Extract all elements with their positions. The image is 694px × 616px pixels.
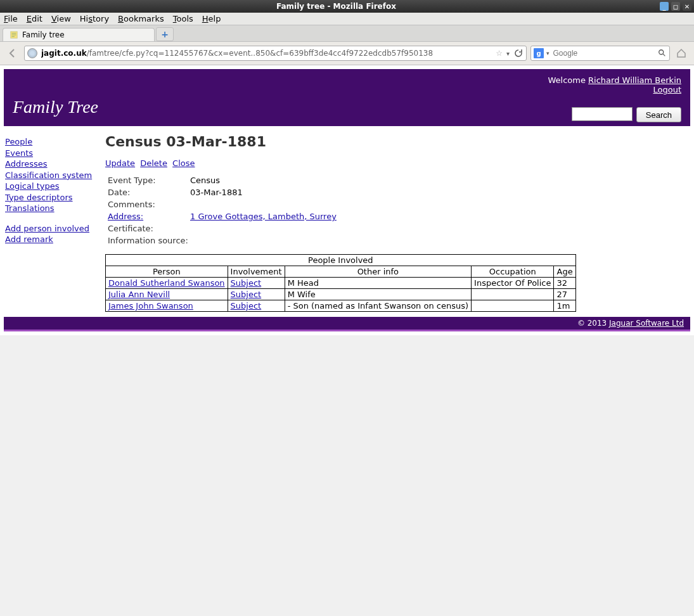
user-link[interactable]: Richard William Berkin xyxy=(588,75,681,85)
site-footer: © 2013 Jaguar Software Ltd xyxy=(4,317,690,331)
window-minimize-button[interactable]: _ xyxy=(660,2,669,11)
person-link[interactable]: James John Swanson xyxy=(108,301,193,311)
window-maximize-button[interactable]: ◻ xyxy=(671,2,680,11)
menu-history[interactable]: History xyxy=(80,14,109,23)
col-person: Person xyxy=(106,266,228,278)
sidebar-action-add-remark[interactable]: Add remark xyxy=(5,234,105,245)
browser-tabbar: Family tree + xyxy=(0,25,694,42)
cell-other: M Head xyxy=(285,278,471,289)
svg-point-1 xyxy=(659,50,664,55)
window-titlebar: Family tree - Mozilla Firefox _ ◻ ✕ xyxy=(0,0,694,13)
home-icon xyxy=(676,48,687,59)
cell-occupation xyxy=(472,300,554,312)
people-involved-table: People Involved Person Involvement Other… xyxy=(105,254,576,312)
sidebar-item-translations[interactable]: Translations xyxy=(5,203,105,214)
label-address-link[interactable]: Address: xyxy=(108,212,143,221)
label-comments: Comments: xyxy=(108,200,190,209)
content-area: People Events Addresses Classification s… xyxy=(4,126,690,317)
welcome-prefix: Welcome xyxy=(548,75,588,85)
browser-tab[interactable]: Family tree xyxy=(3,28,155,41)
site-header: Welcome Richard William Berkin Logout Fa… xyxy=(4,69,690,126)
back-button[interactable] xyxy=(5,46,20,61)
page-title: Census 03-Mar-1881 xyxy=(105,134,684,150)
site-search-input[interactable] xyxy=(572,107,633,121)
menu-view[interactable]: View xyxy=(51,14,71,23)
url-bar[interactable]: jagit.co.uk/famtree/cfe.py?cq=112455767&… xyxy=(24,46,527,61)
table-caption: People Involved xyxy=(106,255,576,266)
site-search: Search xyxy=(572,107,681,122)
sidebar-item-addresses[interactable]: Addresses xyxy=(5,158,105,170)
menu-bookmarks[interactable]: Bookmarks xyxy=(118,14,164,23)
back-icon xyxy=(7,48,18,59)
url-text: jagit.co.uk/famtree/cfe.py?cq=112455767&… xyxy=(41,49,492,58)
window-title: Family tree - Mozilla Firefox xyxy=(13,2,660,11)
label-event-type: Event Type: xyxy=(108,176,190,185)
involvement-link[interactable]: Subject xyxy=(231,290,262,299)
tab-label: Family tree xyxy=(22,30,65,39)
person-link[interactable]: Julia Ann Nevill xyxy=(108,290,170,299)
involvement-link[interactable]: Subject xyxy=(231,301,262,311)
reload-icon[interactable] xyxy=(513,48,524,58)
browser-menubar: File Edit View History Bookmarks Tools H… xyxy=(0,13,694,25)
cell-occupation xyxy=(472,289,554,300)
cell-age: 27 xyxy=(554,289,575,300)
sidebar-action-add-person[interactable]: Add person involved xyxy=(5,223,105,234)
home-button[interactable] xyxy=(674,46,689,61)
sidebar-item-people[interactable]: People xyxy=(5,136,105,148)
svg-line-2 xyxy=(663,54,665,56)
cell-other: M Wife xyxy=(285,289,471,300)
sidebar: People Events Addresses Classification s… xyxy=(4,134,105,312)
welcome-area: Welcome Richard William Berkin Logout xyxy=(13,75,681,94)
menu-edit[interactable]: Edit xyxy=(27,14,42,23)
record-actions: Update Delete Close xyxy=(105,158,684,168)
involvement-link[interactable]: Subject xyxy=(231,278,262,288)
label-date: Date: xyxy=(108,188,190,197)
google-icon[interactable]: g xyxy=(534,48,544,58)
site-search-button[interactable]: Search xyxy=(636,107,681,122)
footer-company-link[interactable]: Jaguar Software Ltd xyxy=(609,319,684,328)
window-close-button[interactable]: ✕ xyxy=(683,2,691,11)
value-address-link[interactable]: 1 Grove Gottages, Lambeth, Surrey xyxy=(190,212,337,221)
event-details: Event Type:Census Date:03-Mar-1881 Comme… xyxy=(108,174,684,247)
footer-copyright: © 2013 xyxy=(577,319,609,328)
person-link[interactable]: Donald Sutherland Swanson xyxy=(108,278,225,288)
menu-file[interactable]: File xyxy=(4,14,18,23)
search-icon[interactable] xyxy=(658,49,667,58)
browser-search-input[interactable] xyxy=(552,48,655,58)
label-certificate: Certificate: xyxy=(108,224,190,233)
cell-age: 32 xyxy=(554,278,575,289)
action-delete[interactable]: Delete xyxy=(140,158,167,168)
search-dropdown-icon[interactable]: ▾ xyxy=(546,50,549,56)
table-row: James John Swanson Subject - Son (named … xyxy=(106,300,576,312)
label-info-source: Information source: xyxy=(108,236,190,245)
browser-search-box[interactable]: g ▾ xyxy=(530,46,670,61)
main-panel: Census 03-Mar-1881 Update Delete Close E… xyxy=(105,134,690,312)
site-identity-icon[interactable] xyxy=(27,48,37,58)
table-row: Donald Sutherland Swanson Subject M Head… xyxy=(106,278,576,289)
sidebar-item-type-descriptors[interactable]: Type descriptors xyxy=(5,192,105,203)
browser-navbar: jagit.co.uk/famtree/cfe.py?cq=112455767&… xyxy=(0,42,694,65)
page-viewport: Welcome Richard William Berkin Logout Fa… xyxy=(0,65,694,335)
menu-help[interactable]: Help xyxy=(202,14,221,23)
url-dropdown-icon[interactable]: ▾ xyxy=(506,50,510,57)
bookmark-star-icon[interactable]: ☆ xyxy=(496,49,503,58)
table-row: Julia Ann Nevill Subject M Wife 27 xyxy=(106,289,576,300)
col-involvement: Involvement xyxy=(228,266,285,278)
sidebar-item-events[interactable]: Events xyxy=(5,148,105,159)
new-tab-button[interactable]: + xyxy=(156,27,174,41)
page-icon xyxy=(10,30,18,39)
action-update[interactable]: Update xyxy=(105,158,135,168)
cell-other: - Son (named as Infant Swanson on census… xyxy=(285,300,471,312)
value-event-type: Census xyxy=(190,176,220,185)
value-date: 03-Mar-1881 xyxy=(190,188,243,197)
menu-tools[interactable]: Tools xyxy=(173,14,193,23)
action-close[interactable]: Close xyxy=(172,158,195,168)
col-age: Age xyxy=(554,266,575,278)
cell-occupation: Inspector Of Police xyxy=(472,278,554,289)
cell-age: 1m xyxy=(554,300,575,312)
logout-link[interactable]: Logout xyxy=(653,85,681,94)
sidebar-item-classification[interactable]: Classification system xyxy=(5,170,105,181)
col-other: Other info xyxy=(285,266,471,278)
sidebar-item-logical-types[interactable]: Logical types xyxy=(5,181,105,192)
col-occupation: Occupation xyxy=(472,266,554,278)
